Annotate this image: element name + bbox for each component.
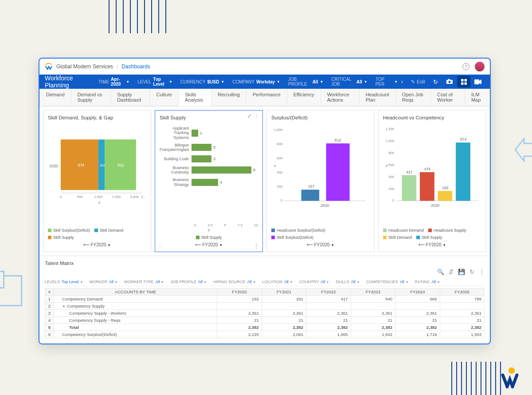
svg-rect-46	[402, 175, 416, 201]
card-surplus-deficit[interactable]: Surplus/(Deficit) 1,000 800 600 400 200 …	[266, 110, 375, 252]
card-foot-period[interactable]: ⟵ FY2020 ▼	[383, 242, 481, 247]
vertical-bar-chart: 1,200 1,000 800 600 400 200 0 # 427 476 …	[383, 123, 481, 216]
stacked-bar-chart: 2020 974 162 812 0 500 1,000 1,500 2,000…	[48, 123, 146, 212]
tab-supply-dashboard[interactable]: Supply Dashboard	[110, 89, 150, 106]
tab-recruiting[interactable]: Recruiting	[211, 89, 246, 106]
svg-rect-5	[464, 79, 467, 82]
tab-demand-vs-supply[interactable]: Demand vs Supply	[71, 89, 111, 106]
card-skill-supply[interactable]: Skill Supply ⤢⋮ Applicant Tracking Syste…	[155, 110, 263, 252]
svg-text:157: 157	[308, 185, 315, 189]
svg-text:974: 974	[460, 137, 467, 142]
filter-bar: Workforce Planning TIME Apr-2020 ▼LEVEL …	[39, 75, 490, 89]
svg-text:1,200: 1,200	[386, 127, 394, 131]
svg-text:400: 400	[277, 170, 282, 174]
svg-text:2020: 2020	[321, 203, 329, 208]
tab-headcount-plan[interactable]: Headcount Plan	[359, 89, 396, 106]
svg-text:800: 800	[388, 151, 394, 155]
scroll-right-icon[interactable]: ›	[401, 79, 403, 85]
search-icon[interactable]: 🔍	[437, 269, 444, 275]
tab-efficiency[interactable]: Efficiency	[287, 89, 321, 106]
topbar: Global Modern Services | Dashboards ?	[39, 59, 490, 75]
filter-job profile[interactable]: JOB PROFILE All ▼	[288, 77, 323, 87]
more-icon[interactable]: ⋮	[479, 269, 485, 275]
workday-logo	[45, 63, 53, 71]
svg-text:812: 812	[335, 138, 341, 142]
svg-rect-50	[438, 191, 453, 201]
filter-level[interactable]: LEVEL Top Level ▼	[137, 77, 172, 87]
grid-view-icon[interactable]	[457, 76, 470, 87]
filter-time[interactable]: TIME Apr-2020 ▼	[98, 77, 129, 87]
matrix-filter-hiring source[interactable]: HIRING SOURCE All ▾	[213, 280, 255, 284]
svg-text:#: #	[386, 164, 388, 168]
svg-text:200: 200	[277, 185, 282, 189]
filter-currency[interactable]: CURRENCY $USD ▼	[180, 79, 224, 84]
svg-text:400: 400	[388, 175, 394, 179]
svg-rect-48	[420, 172, 434, 201]
card-skill-demand-supply-gap[interactable]: Skill Demand, Supply, & Gap 2020 974 162…	[43, 110, 151, 252]
svg-text:812: 812	[117, 163, 124, 167]
svg-text:162: 162	[442, 186, 449, 190]
tabs: DemandDemand vs SupplySupply DashboardCu…	[39, 89, 490, 107]
filter-critical job[interactable]: CRITICAL JOB All ▼	[331, 77, 367, 87]
svg-text:200: 200	[388, 187, 394, 191]
tab-performance[interactable]: Performance	[246, 89, 287, 106]
expand-icon[interactable]: ⤢	[247, 113, 251, 119]
svg-text:600: 600	[277, 156, 282, 160]
tab-ilm-map[interactable]: ILM Map	[465, 89, 490, 106]
svg-text:1,000: 1,000	[274, 128, 282, 132]
svg-text:476: 476	[424, 167, 431, 171]
avatar[interactable]	[475, 62, 485, 71]
refresh-icon[interactable]: ↻	[469, 269, 474, 275]
matrix-filter-worker type[interactable]: WORKER TYPE All ▾	[124, 280, 163, 284]
svg-text:800: 800	[277, 142, 282, 146]
svg-text:162: 162	[100, 163, 106, 167]
svg-rect-32	[301, 190, 320, 201]
svg-rect-7	[464, 82, 467, 85]
svg-rect-3	[448, 79, 450, 80]
matrix-filter-worker[interactable]: WORKER All ▾	[90, 280, 117, 284]
matrix-filter-rating[interactable]: RATING All ▾	[415, 280, 439, 284]
page-title: Workforce Planning	[45, 75, 90, 89]
camera-icon[interactable]	[443, 76, 456, 87]
tab-cost-of-worker[interactable]: Cost of Worker	[430, 89, 465, 106]
svg-text:1,500: 1,500	[112, 195, 121, 199]
svg-text:2...: 2...	[141, 195, 146, 199]
svg-text:1,000: 1,000	[386, 139, 394, 143]
filter-company[interactable]: COMPANY Workday ▼	[232, 79, 280, 84]
svg-text:974: 974	[78, 163, 85, 167]
svg-text:2,000: 2,000	[130, 195, 138, 199]
tab-demand[interactable]: Demand	[39, 89, 71, 106]
svg-rect-4	[461, 79, 464, 82]
refresh-icon[interactable]: ↻	[429, 76, 442, 87]
matrix-filter-location[interactable]: LOCATION All ▾	[262, 280, 292, 284]
matrix-filter-competencies[interactable]: COMPETENCIES All ▾	[366, 280, 408, 284]
more-icon[interactable]: ⋮	[254, 113, 259, 119]
video-icon[interactable]	[471, 76, 485, 87]
card-headcount-vs-competency[interactable]: Headcount vs Competency 1,200 1,000 800 …	[378, 110, 486, 252]
card-foot-period[interactable]: ⟵ FY2020 ▼	[160, 242, 258, 247]
svg-rect-34	[326, 143, 350, 201]
tab-open-job-reqs[interactable]: Open Job Reqs	[395, 89, 431, 106]
breadcrumb-dashboards[interactable]: Dashboards	[121, 63, 150, 70]
tab-culture[interactable]: Culture	[149, 89, 178, 106]
card-foot-period[interactable]: ⟵ FY2020 ▼	[48, 242, 146, 247]
matrix-filter-skills[interactable]: SKILLS All ▾	[336, 280, 359, 284]
tab-workforce-actions[interactable]: Workforce Actions	[321, 89, 360, 106]
edit-button[interactable]: ✎ Edit	[411, 79, 425, 85]
card-foot-period[interactable]: ⟵ FY2020 ▼	[271, 242, 370, 247]
vertical-bar-chart: 1,000 800 600 400 200 0 # 157 812 2020	[271, 123, 370, 216]
svg-text:2020: 2020	[50, 164, 58, 168]
matrix-filter-levels[interactable]: LEVELS Top Level ▾	[45, 280, 82, 284]
loading-icon: ◌	[159, 243, 163, 249]
save-icon[interactable]: 💾	[458, 269, 465, 275]
data-table[interactable]: #ACCOUNTS BY TIMEFY2020FY2021FY2022FY202…	[45, 288, 485, 338]
toggle-icon[interactable]: ⇵	[449, 269, 454, 275]
filter-top per[interactable]: TOP PER ▼	[376, 77, 398, 87]
card-more-icon[interactable]: ⋮	[254, 243, 259, 249]
horizontal-bar-chart: Applicant Tracking Systems1Bilingue Fran…	[160, 123, 258, 221]
matrix-filter-job profile[interactable]: JOB PROFILE All ▾	[170, 280, 206, 284]
matrix-filter-country[interactable]: COUNTRY All ▾	[299, 280, 329, 284]
help-icon[interactable]: ?	[462, 63, 469, 70]
tab-skills-analysis[interactable]: Skills Analysis	[178, 89, 211, 106]
svg-rect-6	[461, 82, 464, 85]
